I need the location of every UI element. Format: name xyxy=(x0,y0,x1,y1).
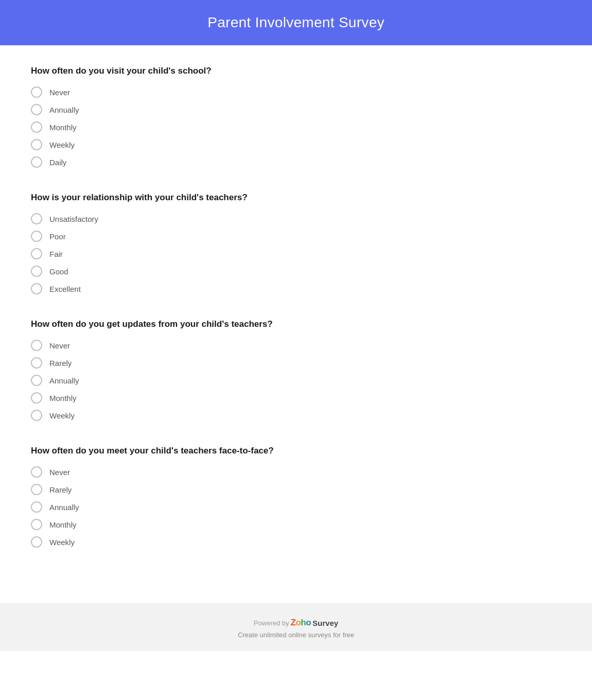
radio-2-4[interactable] xyxy=(31,266,42,277)
radio-1-3[interactable] xyxy=(31,121,42,133)
list-item[interactable]: Poor xyxy=(31,231,561,242)
option-label-2-2: Poor xyxy=(49,232,66,241)
list-item[interactable]: Weekly xyxy=(31,139,561,150)
radio-2-2[interactable] xyxy=(31,231,42,242)
option-label-2-1: Unsatisfactory xyxy=(49,215,98,223)
radio-1-2[interactable] xyxy=(31,104,42,115)
radio-1-1[interactable] xyxy=(31,86,42,98)
zoho-logo: Zoho xyxy=(291,618,311,628)
radio-4-5[interactable] xyxy=(31,536,42,548)
question-text-1: How often do you visit your child's scho… xyxy=(31,66,561,76)
radio-4-4[interactable] xyxy=(31,519,42,530)
page-header: Parent Involvement Survey xyxy=(0,0,592,45)
question-block-1: How often do you visit your child's scho… xyxy=(31,66,561,168)
radio-3-5[interactable] xyxy=(31,410,42,421)
list-item[interactable]: Rarely xyxy=(31,484,561,495)
radio-1-5[interactable] xyxy=(31,156,42,168)
option-label-4-4: Monthly xyxy=(49,520,77,529)
option-label-4-2: Rarely xyxy=(49,485,72,494)
list-item[interactable]: Excellent xyxy=(31,283,561,294)
footer-create-text: Create unlimited online surveys for free xyxy=(238,631,354,639)
list-item[interactable]: Monthly xyxy=(31,392,561,404)
question-text-3: How often do you get updates from your c… xyxy=(31,319,561,329)
option-label-4-1: Never xyxy=(49,468,70,477)
list-item[interactable]: Annually xyxy=(31,104,561,115)
list-item[interactable]: Weekly xyxy=(31,536,561,548)
list-item[interactable]: Monthly xyxy=(31,121,561,133)
option-label-4-3: Annually xyxy=(49,503,79,512)
list-item[interactable]: Annually xyxy=(31,375,561,386)
radio-4-2[interactable] xyxy=(31,484,42,495)
radio-2-3[interactable] xyxy=(31,248,42,259)
list-item[interactable]: Good xyxy=(31,266,561,277)
list-item[interactable]: Unsatisfactory xyxy=(31,213,561,224)
radio-3-2[interactable] xyxy=(31,357,42,369)
list-item[interactable]: Monthly xyxy=(31,519,561,530)
question-text-2: How is your relationship with your child… xyxy=(31,192,561,203)
radio-3-4[interactable] xyxy=(31,392,42,404)
list-item[interactable]: Never xyxy=(31,340,561,351)
radio-4-3[interactable] xyxy=(31,501,42,513)
radio-1-4[interactable] xyxy=(31,139,42,150)
option-label-3-5: Weekly xyxy=(49,411,75,420)
question-text-4: How often do you meet your child's teach… xyxy=(31,446,561,456)
radio-4-1[interactable] xyxy=(31,466,42,478)
page-footer: Powered by Zoho Survey Create unlimited … xyxy=(0,603,592,651)
option-label-4-5: Weekly xyxy=(49,538,75,547)
powered-by-text: Powered by xyxy=(254,619,289,627)
radio-2-5[interactable] xyxy=(31,283,42,294)
option-label-3-1: Never xyxy=(49,341,70,350)
option-label-1-1: Never xyxy=(49,88,70,97)
list-item[interactable]: Annually xyxy=(31,501,561,513)
question-block-2: How is your relationship with your child… xyxy=(31,192,561,294)
option-label-2-5: Excellent xyxy=(49,285,81,293)
option-label-1-3: Monthly xyxy=(49,123,77,132)
radio-3-1[interactable] xyxy=(31,340,42,351)
question-block-4: How often do you meet your child's teach… xyxy=(31,446,561,548)
list-item[interactable]: Weekly xyxy=(31,410,561,421)
option-label-3-3: Annually xyxy=(49,376,79,385)
option-label-3-4: Monthly xyxy=(49,394,77,402)
survey-brand-text: Survey xyxy=(312,619,338,627)
list-item[interactable]: Never xyxy=(31,86,561,98)
survey-title: Parent Involvement Survey xyxy=(207,14,385,31)
radio-2-1[interactable] xyxy=(31,213,42,224)
option-label-1-5: Daily xyxy=(49,158,66,167)
list-item[interactable]: Fair xyxy=(31,248,561,259)
option-label-2-3: Fair xyxy=(49,250,63,258)
list-item[interactable]: Daily xyxy=(31,156,561,168)
list-item[interactable]: Never xyxy=(31,466,561,478)
option-label-1-4: Weekly xyxy=(49,141,75,149)
list-item[interactable]: Rarely xyxy=(31,357,561,369)
radio-3-3[interactable] xyxy=(31,375,42,386)
survey-body: How often do you visit your child's scho… xyxy=(0,45,592,603)
option-label-3-2: Rarely xyxy=(49,359,72,367)
option-label-1-2: Annually xyxy=(49,106,79,114)
option-label-2-4: Good xyxy=(49,267,68,276)
question-block-3: How often do you get updates from your c… xyxy=(31,319,561,421)
